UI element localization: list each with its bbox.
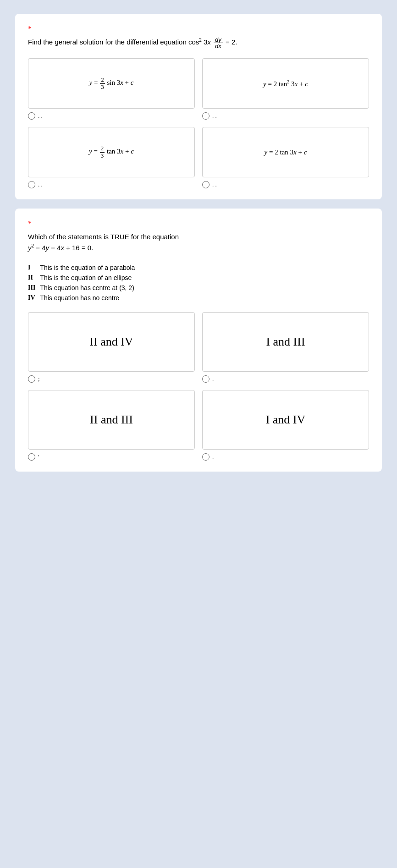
statement-III-roman: III: [28, 283, 40, 293]
option-q2c-box[interactable]: II and III: [28, 390, 195, 450]
question-1-options: y = 23 sin 3x + c . . y = 2 tan2 3x + c …: [28, 58, 369, 188]
option-q2a-radio-row[interactable]: ;: [28, 375, 40, 383]
option-q1b-radio-row[interactable]: . .: [202, 112, 217, 120]
option-q1b-label: . .: [212, 112, 217, 120]
option-q2a-radio[interactable]: [28, 375, 35, 383]
option-q1a-radio-row[interactable]: . .: [28, 112, 43, 120]
option-q2d-radio-label: .: [212, 453, 214, 461]
option-q1d-label: . .: [212, 181, 217, 188]
option-q1a-label: . .: [38, 112, 43, 120]
option-q1d-formula: y = 2 tan 3x + c: [265, 148, 307, 156]
question-2-asterisk: *: [28, 220, 369, 228]
option-q2d-radio-row[interactable]: .: [202, 453, 214, 461]
statement-II-roman: II: [28, 273, 40, 283]
option-q1c-label: . .: [38, 181, 43, 188]
option-q2b-radio[interactable]: [202, 375, 210, 383]
question-2-text: Which of the statements is TRUE for the …: [28, 231, 369, 253]
option-q2a[interactable]: II and IV ;: [28, 312, 195, 383]
option-q1a[interactable]: y = 23 sin 3x + c . .: [28, 58, 195, 120]
statement-II-text: This is the equation of an ellipse: [40, 273, 139, 283]
option-q2c-label: II and III: [90, 413, 133, 427]
option-q1a-box[interactable]: y = 23 sin 3x + c: [28, 58, 195, 109]
option-q2d-label: I and IV: [266, 413, 306, 427]
option-q1b-box[interactable]: y = 2 tan2 3x + c: [202, 58, 369, 109]
option-q1a-radio[interactable]: [28, 112, 35, 120]
option-q2b-radio-row[interactable]: .: [202, 375, 214, 383]
option-q1d[interactable]: y = 2 tan 3x + c . .: [202, 127, 369, 188]
question-2-block: * Which of the statements is TRUE for th…: [15, 209, 382, 472]
statement-IV-text: This equation has no centre: [40, 293, 139, 303]
statement-IV-roman: IV: [28, 293, 40, 303]
option-q2b-radio-label: .: [212, 375, 214, 383]
option-q1b-formula: y = 2 tan2 3x + c: [263, 79, 308, 88]
option-q2b[interactable]: I and III .: [202, 312, 369, 383]
option-q1b-radio[interactable]: [202, 112, 210, 120]
option-q2c[interactable]: II and III ': [28, 390, 195, 461]
option-q1c-radio[interactable]: [28, 181, 35, 188]
option-q2c-radio-row[interactable]: ': [28, 453, 39, 461]
option-q2d-box[interactable]: I and IV: [202, 390, 369, 450]
option-q2a-box[interactable]: II and IV: [28, 312, 195, 372]
statement-IV: IV This equation has no centre: [28, 293, 139, 303]
option-q1d-radio-row[interactable]: . .: [202, 181, 217, 188]
option-q1b[interactable]: y = 2 tan2 3x + c . .: [202, 58, 369, 120]
statement-I: I This is the equation of a parabola: [28, 263, 139, 273]
statement-I-roman: I: [28, 263, 40, 273]
option-q1c-formula: y = 23 tan 3x + c: [89, 145, 134, 159]
option-q1d-box[interactable]: y = 2 tan 3x + c: [202, 127, 369, 177]
option-q1a-formula: y = 23 sin 3x + c: [89, 77, 134, 90]
option-q2d[interactable]: I and IV .: [202, 390, 369, 461]
statement-I-text: This is the equation of a parabola: [40, 263, 139, 273]
option-q1c-radio-row[interactable]: . .: [28, 181, 43, 188]
option-q2b-label: I and III: [266, 335, 305, 349]
question-1-asterisk: *: [28, 25, 369, 33]
statement-II: II This is the equation of an ellipse: [28, 273, 139, 283]
statement-III: III This equation has centre at (3, 2): [28, 283, 139, 293]
statement-III-text: This equation has centre at (3, 2): [40, 283, 139, 293]
question-1-text: Find the general solution for the differ…: [28, 37, 369, 49]
option-q2a-radio-label: ;: [38, 375, 40, 383]
option-q2d-radio[interactable]: [202, 453, 210, 461]
option-q2a-label: II and IV: [89, 335, 133, 349]
question-2-options: II and IV ; I and III . II and III: [28, 312, 369, 461]
option-q1c-box[interactable]: y = 23 tan 3x + c: [28, 127, 195, 177]
option-q1c[interactable]: y = 23 tan 3x + c . .: [28, 127, 195, 188]
option-q2b-box[interactable]: I and III: [202, 312, 369, 372]
option-q2c-radio-label: ': [38, 453, 39, 461]
statements-list: I This is the equation of a parabola II …: [28, 263, 369, 303]
option-q2c-radio[interactable]: [28, 453, 35, 461]
question-1-block: * Find the general solution for the diff…: [15, 14, 382, 199]
option-q1d-radio[interactable]: [202, 181, 210, 188]
